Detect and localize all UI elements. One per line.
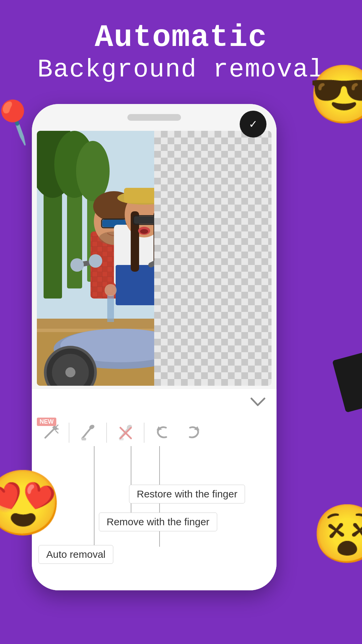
svg-point-8	[76, 141, 110, 201]
svg-line-55	[45, 428, 55, 438]
title-subtitle: Background removal	[0, 55, 362, 84]
brush-restore-tool[interactable]	[76, 421, 100, 444]
toolbar-area: NEW	[32, 389, 277, 590]
brush-remove-tool[interactable]	[114, 421, 137, 444]
svg-point-47	[105, 284, 117, 296]
cool-emoji: 😎	[308, 70, 362, 138]
separator-1	[69, 423, 69, 443]
svg-point-40	[65, 367, 75, 377]
pointer-line-1	[94, 446, 95, 547]
chevron-down-icon[interactable]	[249, 395, 267, 410]
svg-line-57	[56, 425, 58, 427]
svg-point-43	[70, 258, 84, 272]
svg-line-59	[56, 431, 58, 433]
check-button[interactable]	[240, 111, 266, 138]
remove-tooltip-label: Remove with the finger	[99, 513, 217, 531]
auto-remove-tool[interactable]: NEW	[39, 421, 62, 444]
transparency-checker	[154, 131, 272, 386]
svg-point-44	[89, 254, 102, 268]
svg-rect-24	[134, 216, 156, 224]
dizzy-emoji: 😵	[312, 510, 362, 577]
separator-2	[106, 423, 107, 443]
svg-rect-61	[81, 438, 86, 440]
undo-tool[interactable]	[151, 421, 175, 444]
new-badge: NEW	[37, 418, 56, 426]
restore-tooltip-label: Restore with the finger	[129, 485, 245, 503]
svg-point-27	[140, 229, 148, 234]
header-section: Automatic Background removal	[0, 20, 362, 84]
svg-rect-2	[37, 319, 164, 329]
separator-3	[144, 423, 144, 443]
redo-tool[interactable]	[181, 421, 205, 444]
tooltip-restore: Restore with the finger	[129, 485, 245, 507]
svg-rect-46	[107, 295, 114, 322]
tools-row: NEW	[39, 419, 270, 446]
tooltip-remove: Remove with the finger	[99, 513, 217, 535]
phone-notch	[127, 114, 181, 121]
heart-emoji: 😍	[0, 476, 57, 550]
image-area	[37, 131, 272, 386]
title-automatic: Automatic	[0, 20, 362, 55]
phone-mockup: NEW	[32, 104, 277, 590]
